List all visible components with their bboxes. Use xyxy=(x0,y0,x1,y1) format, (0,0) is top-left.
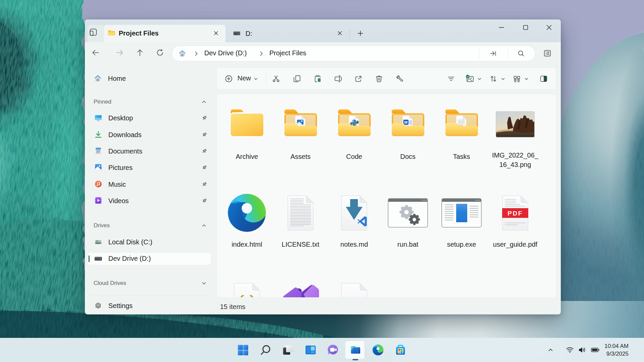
svg-text:PDF: PDF xyxy=(507,210,523,217)
svg-text:W: W xyxy=(404,120,408,124)
